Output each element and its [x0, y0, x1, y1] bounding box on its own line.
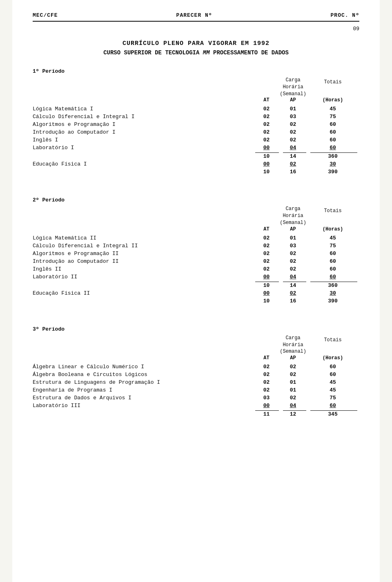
- val-ap: 04: [280, 403, 306, 409]
- page-header: MEC/CFE PARECER Nº PROC. Nº: [33, 12, 359, 22]
- ap-header: AP: [280, 97, 306, 103]
- subject-values: 02 02 60: [253, 251, 359, 257]
- val-ap: 03: [280, 114, 306, 120]
- extra-values: 00 02 30: [253, 161, 359, 167]
- header-left: MEC/CFE: [33, 12, 58, 18]
- val-horas: 45: [306, 387, 359, 393]
- val-horas: 60: [306, 274, 359, 280]
- val-horas: 45: [306, 379, 359, 385]
- val-at: 02: [253, 243, 280, 249]
- subject-name: Laboratório III: [33, 403, 253, 409]
- carga-title: Carga: [286, 335, 301, 341]
- periods-container: 1º Período Carga Horária (Semanal) Totai…: [33, 68, 359, 427]
- subject-values: 02 01 45: [253, 106, 359, 112]
- sub-title-em: MM: [203, 49, 210, 56]
- subject-name: Laboratório I: [33, 145, 253, 151]
- val-horas: 60: [306, 251, 359, 257]
- horas-header: (Horas): [306, 355, 359, 361]
- val-horas: 75: [306, 114, 359, 120]
- val-at: 02: [253, 121, 280, 128]
- val-horas: 60: [306, 364, 359, 370]
- subject-values: 00 04 60: [253, 274, 359, 280]
- subject-name: Estrutura de Linguagens de Programação I: [33, 379, 253, 385]
- extra-ap: 02: [280, 290, 306, 296]
- subject-row-3-1: Álgebra Linear e Cálculo Numérico I 02 0…: [33, 364, 359, 371]
- total-horas: 390: [306, 298, 359, 304]
- total-ap: 16: [280, 169, 306, 175]
- page-number: 09: [33, 26, 359, 32]
- subject-values: 02 03 75: [253, 114, 359, 120]
- subject-values: 02 01 45: [253, 379, 359, 385]
- val-ap: 01: [280, 106, 306, 112]
- subject-name: Inglês I: [33, 137, 253, 143]
- extra-at: 00: [253, 161, 280, 167]
- val-ap: 02: [280, 364, 306, 370]
- extra-horas: 30: [306, 161, 359, 167]
- subtotal-at: 10: [253, 282, 280, 289]
- subject-values: 03 02 75: [253, 395, 359, 401]
- subject-row-2-3: Algoritmos e Programação II 02 02 60: [33, 251, 359, 258]
- sub-title-prefix: CURSO SUPERIOR DE TECNOLOGIA: [103, 49, 203, 56]
- val-at: 00: [253, 145, 280, 151]
- subject-values: 02 01 45: [253, 235, 359, 241]
- horaria-title: Horária: [283, 213, 303, 219]
- subject-row-3-3: Estrutura de Linguagens de Programação I…: [33, 379, 359, 387]
- subtotal-horas: 360: [306, 153, 359, 159]
- val-at: 02: [253, 251, 280, 257]
- extra-name: Educação Física II: [33, 290, 253, 296]
- subject-values: 02 03 75: [253, 243, 359, 249]
- periodo-label-3: 3º Período: [33, 326, 359, 332]
- subject-values: 02 02 60: [253, 121, 359, 128]
- subject-name: Algoritmos e Programação I: [33, 121, 253, 128]
- totais-header: Totais: [306, 335, 359, 355]
- subject-row-3-6: Laboratório III 00 04 60: [33, 403, 359, 410]
- subtotal-at: 10: [253, 153, 280, 159]
- val-horas: 75: [306, 243, 359, 249]
- total-at: 10: [253, 298, 280, 304]
- val-ap: 02: [280, 137, 306, 143]
- val-at: 02: [253, 379, 280, 385]
- val-at: 02: [253, 235, 280, 241]
- subtotal-row-3: 11 12 345: [33, 411, 359, 419]
- val-ap: 03: [280, 243, 306, 249]
- subject-row-3-4: Engenharia de Programas I 02 01 45: [33, 387, 359, 394]
- periodo-1: 1º Período Carga Horária (Semanal) Totai…: [33, 68, 359, 185]
- subject-name: Algoritmos e Programação II: [33, 251, 253, 257]
- horas-header: (Horas): [306, 226, 359, 232]
- extra-at: 00: [253, 290, 280, 296]
- total-values: 10 16 390: [253, 298, 359, 304]
- subject-row-1-1: Lógica Matemática I 02 01 45: [33, 106, 359, 113]
- val-ap: 02: [280, 266, 306, 272]
- divider-2: [33, 282, 359, 282]
- val-horas: 60: [306, 145, 359, 151]
- val-at: 02: [253, 137, 280, 143]
- extra-row-1: Educação Física I 00 02 30: [33, 161, 359, 168]
- subject-row-2-6: Laboratório II 00 04 60: [33, 274, 359, 281]
- val-ap: 02: [280, 251, 306, 257]
- carga-title: Carga: [286, 77, 301, 83]
- val-horas: 60: [306, 258, 359, 264]
- header-center: PARECER Nº: [176, 12, 212, 18]
- header-right: PROC. Nº: [331, 12, 359, 18]
- total-at: 10: [253, 169, 280, 175]
- ap-header: AP: [280, 355, 306, 361]
- extra-horas: 30: [306, 290, 359, 296]
- extra-values: 00 02 30: [253, 290, 359, 296]
- subtotal-values: 10 14 360: [253, 282, 359, 289]
- subject-name: Inglês II: [33, 266, 253, 272]
- val-horas: 60: [306, 372, 359, 378]
- total-row-2: 10 16 390: [33, 298, 359, 305]
- subtotal-row-1: 10 14 360: [33, 153, 359, 161]
- val-horas: 60: [306, 121, 359, 128]
- page: MEC/CFE PARECER Nº PROC. Nº 09 CURRÍCULO…: [12, 0, 380, 582]
- at-header: AT: [253, 355, 280, 361]
- totais-header: Totais: [306, 77, 359, 97]
- val-horas: 45: [306, 235, 359, 241]
- subject-row-1-4: Introdução ao Computador I 02 02 60: [33, 129, 359, 137]
- periodo-3: 3º Período Carga Horária (Semanal) Totai…: [33, 326, 359, 427]
- at-header: AT: [253, 97, 280, 103]
- val-ap: 02: [280, 129, 306, 135]
- val-horas: 75: [306, 395, 359, 401]
- val-horas: 60: [306, 266, 359, 272]
- val-ap: 02: [280, 395, 306, 401]
